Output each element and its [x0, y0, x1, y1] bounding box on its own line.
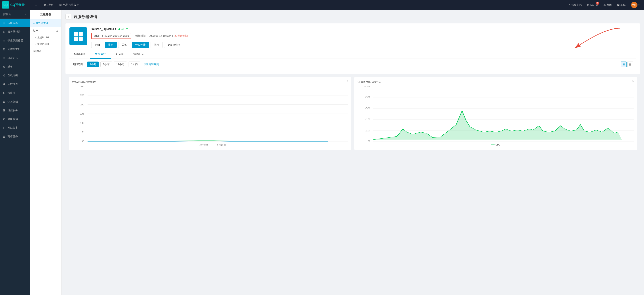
nav-items: ☰ 🖥 总览 ⊞ 产品与服务 ▾ — [32, 0, 566, 10]
secondary-menu-recv-push[interactable]: 接收PUSH — [30, 41, 61, 48]
website-icon: ⊞ — [2, 126, 6, 130]
metal-icon: ≡ — [2, 39, 6, 42]
chevron-down-icon: ▾ — [77, 3, 78, 7]
cpu-legend-dot — [491, 145, 494, 145]
secondary-sidebar-title: 云服务器 — [30, 10, 61, 19]
start-button[interactable]: 启动 — [91, 42, 103, 48]
cpu-chart-title: CPU使用率(单位:%) — [358, 80, 634, 84]
nav-menu-toggle[interactable]: ☰ — [32, 0, 41, 10]
tab-instance[interactable]: 实例详情 — [70, 50, 90, 59]
secondary-menu-transfer[interactable]: 过户 ∧ — [30, 27, 61, 34]
server-card: server_UjKvz6Ff 运行中 公网IP： 23.224.230.134… — [66, 24, 640, 74]
svg-rect-1 — [79, 32, 83, 36]
tab-logs[interactable]: 操作日志 — [128, 50, 149, 59]
sidebar-item-server-hosting[interactable]: ⊟ 服务器托管 — [0, 27, 30, 36]
sidebar-item-cdn[interactable]: ⊞ CDN加速 — [0, 97, 30, 106]
nav-help[interactable]: ⊙ 帮助文档 — [566, 0, 584, 10]
server-icon: ≡ — [2, 22, 6, 25]
ip-box: 公网IP： 23.224.230.134:3389 — [91, 33, 131, 39]
cpu-chart-area: 0 20 40 60 80 100 18:54:00 2022-12-26 19… — [358, 86, 634, 142]
sidebar-secondary: 云服务器 云服务器管理 过户 ∧ 发送PUSH 接收PUSH 回收站 — [30, 10, 62, 295]
vps-icon: ⊞ — [2, 48, 6, 51]
nav-tickets[interactable]: ▣ 工单 — [615, 0, 628, 10]
sidebar-item-monitor[interactable]: ⊙ 云监控 — [0, 89, 30, 97]
sidebar-item-website[interactable]: ⊞ 网站备案 — [0, 123, 30, 132]
nav-user[interactable]: **迅 ▾ — [629, 0, 642, 10]
hosting-icon: ⊟ — [2, 30, 6, 34]
time-filter-label: 时间范围： — [72, 63, 86, 66]
svg-text:100: 100 — [363, 86, 370, 88]
more-actions-button[interactable]: 更多操作 ▾ — [164, 42, 183, 48]
alert-rules-link[interactable]: 设置告警规则 — [144, 63, 159, 66]
sidebar-item-domain[interactable]: ⊕ 域名 — [0, 62, 30, 71]
time-12h-button[interactable]: 12小时 — [114, 62, 127, 67]
time-1h-button[interactable]: 1小时 — [87, 62, 99, 67]
page-title: 云服务器详情 — [74, 14, 97, 20]
server-info-section: server_UjKvz6Ff 运行中 公网IP： 23.224.230.134… — [70, 27, 636, 48]
svg-text:20: 20 — [80, 103, 84, 106]
sidebar-item-bare-metal[interactable]: ≡ 裸金属服务器 — [0, 36, 30, 45]
secondary-menu-management[interactable]: 云服务器管理 — [30, 19, 61, 27]
action-buttons: 启动 重启 关机 VNC连接 同步 更多操作 ▾ — [91, 42, 636, 48]
sidebar-item-cloud-server[interactable]: ≡ 云服务器 — [0, 19, 30, 27]
sidebar-item-lb[interactable]: ⊜ 负载均衡 — [0, 71, 30, 80]
sidebar-item-brand[interactable]: ⊟ 商标服务 — [0, 132, 30, 141]
secondary-menu-recycle[interactable]: 回收站 — [30, 48, 61, 55]
vnc-button[interactable]: VNC连接 — [132, 42, 149, 48]
sidebar-item-ssl[interactable]: ≡ SSL证书 — [0, 54, 30, 62]
network-chart-legend: 上行带宽 下行带宽 — [72, 143, 348, 147]
tab-security[interactable]: 安全组 — [111, 50, 128, 59]
svg-text:60: 60 — [365, 107, 370, 110]
sync-button[interactable]: 同步 — [150, 42, 162, 48]
oss-icon: ⊙ — [2, 117, 6, 121]
expire-time: 2023-01-17 19:57:44 — [149, 34, 173, 37]
sidebar-item-sms[interactable]: ⊟ 短信服务 — [0, 106, 30, 115]
chevron-down-icon: ▾ — [178, 44, 180, 47]
time-filter: 时间范围： 1小时 6小时 12小时 1天内 设置告警规则 ⊞ ▤ — [70, 59, 636, 70]
svg-text:0: 0 — [368, 140, 370, 142]
tab-monitor[interactable]: 性能监控 — [90, 50, 111, 59]
db-icon: ⊗ — [2, 82, 6, 86]
cpu-chart-refresh-icon[interactable]: ↻ — [632, 79, 634, 83]
grid-icon: ⊞ — [59, 3, 62, 7]
top-navigation: CQ CQ苍穹云 ☰ 🖥 总览 ⊞ 产品与服务 ▾ ⊙ 帮助文档 ✉ 站内信 1… — [0, 0, 644, 10]
nav-right: ⊙ 帮助文档 ✉ 站内信 1 ◎ 费用 ▣ 工单 **迅 ▾ — [566, 0, 642, 10]
chevron-down-icon: ▾ — [638, 4, 640, 7]
time-6h-button[interactable]: 6小时 — [100, 62, 112, 67]
nav-products[interactable]: ⊞ 产品与服务 ▾ — [56, 0, 82, 10]
svg-rect-2 — [74, 37, 78, 41]
time-1d-button[interactable]: 1天内 — [128, 62, 140, 67]
network-chart-refresh-icon[interactable]: ↻ — [346, 79, 349, 83]
ip-label: 公网IP： — [94, 34, 104, 37]
nav-overview[interactable]: 🖥 总览 — [41, 0, 56, 10]
home-icon: 🖥 — [44, 3, 46, 7]
chevron-up-icon: ∧ — [56, 29, 58, 32]
secondary-menu-send-push[interactable]: 发送PUSH — [30, 34, 61, 41]
sidebar-item-oss[interactable]: ⊙ 对象存储 — [0, 115, 30, 123]
status-label: 运行中 — [121, 27, 128, 31]
restart-button[interactable]: 重启 — [105, 42, 117, 48]
lb-icon: ⊜ — [2, 74, 6, 77]
sidebar-item-db[interactable]: ⊗ 云数据库 — [0, 80, 30, 89]
shutdown-button[interactable]: 关机 — [118, 42, 130, 48]
domain-icon: ⊕ — [2, 65, 6, 69]
cpu-chart-legend: CPU — [358, 143, 634, 146]
network-chart-card: 网络详情(单位:Mbps) ↻ 0 5 — [69, 77, 351, 150]
back-button[interactable]: ‹ — [66, 14, 71, 20]
status-badge: 运行中 — [118, 27, 128, 31]
brand-logo[interactable]: CQ CQ苍穹云 — [2, 2, 32, 9]
charts-row: 网络详情(单位:Mbps) ↻ 0 5 — [66, 74, 640, 153]
sidebar-item-vps[interactable]: ⊞ 云虚拟主机 — [0, 45, 30, 54]
nav-messages[interactable]: ✉ 站内信 1 — [585, 0, 600, 10]
cdn-icon: ⊞ — [2, 100, 6, 103]
brand-icon: ⊟ — [2, 135, 6, 138]
help-icon: ⊙ — [568, 4, 570, 7]
grid-view-button[interactable]: ⊞ — [621, 62, 626, 67]
menu-icon: ☰ — [35, 3, 38, 7]
ip-expire-row: 公网IP： 23.224.230.134:3389 到期时间： 2023-01-… — [91, 33, 636, 39]
avatar: **迅 — [631, 2, 638, 8]
nav-billing[interactable]: ◎ 费用 — [601, 0, 614, 10]
list-view-button[interactable]: ▤ — [627, 62, 633, 67]
expire-row: 到期时间： 2023-01-17 19:57:44 (22天后到期) — [135, 34, 188, 38]
server-name-row: server_UjKvz6Ff 运行中 — [91, 27, 636, 31]
